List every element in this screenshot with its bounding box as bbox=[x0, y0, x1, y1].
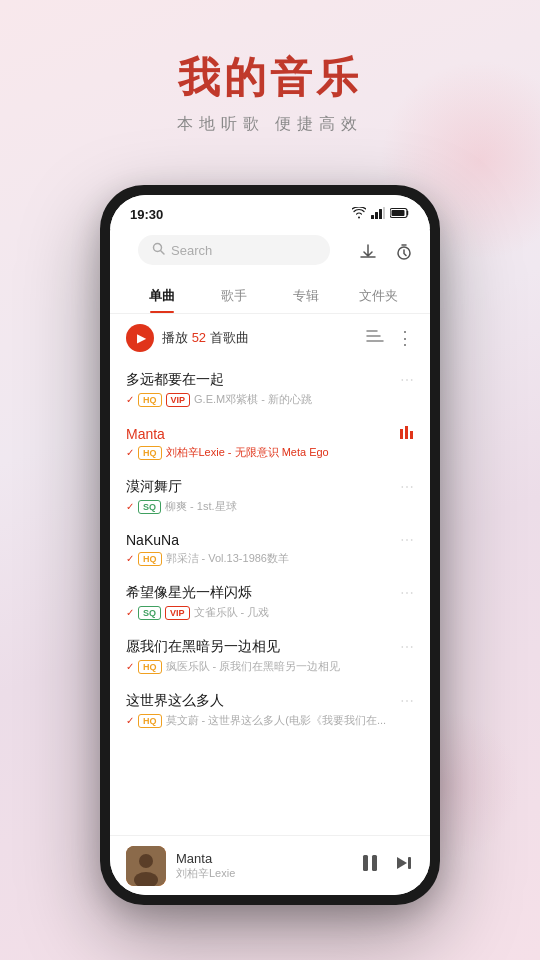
play-bar: ▶ 播放 52 首歌曲 ⋮ bbox=[110, 314, 430, 362]
svg-rect-0 bbox=[371, 215, 374, 219]
song-title: NaKuNa ⋯ bbox=[126, 532, 414, 548]
mini-artist: 刘柏辛Lexie bbox=[176, 866, 350, 881]
signal-icon bbox=[371, 205, 385, 223]
svg-rect-13 bbox=[405, 426, 408, 439]
play-all-button[interactable]: ▶ bbox=[126, 324, 154, 352]
mini-player[interactable]: Manta 刘柏辛Lexie bbox=[110, 835, 430, 895]
song-title: 愿我们在黑暗另一边相见 ⋯ bbox=[126, 638, 414, 656]
phone-outer: 19:30 bbox=[100, 185, 440, 905]
svg-rect-14 bbox=[410, 431, 413, 439]
list-item[interactable]: 这世界这么多人 ⋯ ✓ HQ 莫文蔚 - 这世界这么多人(电影《我要我们在... bbox=[110, 683, 430, 737]
song-title: 漠河舞厅 ⋯ bbox=[126, 478, 414, 496]
badge-hq: HQ bbox=[138, 446, 162, 460]
playing-bars-icon bbox=[400, 425, 414, 442]
song-more-icon[interactable]: ⋯ bbox=[400, 639, 414, 655]
next-button[interactable] bbox=[394, 853, 414, 878]
battery-icon bbox=[390, 205, 410, 223]
check-icon: ✓ bbox=[126, 501, 134, 512]
list-item[interactable]: 多远都要在一起 ⋯ ✓ HQ VIP G.E.M邓紫棋 - 新的心跳 bbox=[110, 362, 430, 416]
mini-info: Manta 刘柏辛Lexie bbox=[176, 851, 350, 881]
svg-rect-19 bbox=[372, 855, 377, 871]
badge-hq: HQ bbox=[138, 393, 162, 407]
play-icon: ▶ bbox=[137, 331, 146, 345]
svg-rect-1 bbox=[375, 212, 378, 219]
song-title: Manta bbox=[126, 425, 414, 442]
phone-mockup: 19:30 bbox=[100, 185, 440, 905]
song-title: 这世界这么多人 ⋯ bbox=[126, 692, 414, 710]
svg-point-16 bbox=[139, 854, 153, 868]
song-meta: ✓ HQ 郭采洁 - Vol.13-1986数羊 bbox=[126, 551, 414, 566]
tab-albums[interactable]: 专辑 bbox=[270, 279, 342, 313]
avatar bbox=[126, 846, 166, 886]
song-more-icon[interactable]: ⋯ bbox=[400, 693, 414, 709]
song-more-icon[interactable]: ⋯ bbox=[400, 372, 414, 388]
search-bar[interactable]: Search bbox=[138, 235, 330, 265]
check-icon: ✓ bbox=[126, 447, 134, 458]
check-icon: ✓ bbox=[126, 607, 134, 618]
list-item[interactable]: Manta ✓ HQ 刘柏辛Lexie - 无限意识 Meta Ego bbox=[110, 416, 430, 469]
wifi-icon bbox=[352, 207, 366, 222]
badge-hq: HQ bbox=[138, 714, 162, 728]
list-item[interactable]: 愿我们在黑暗另一边相见 ⋯ ✓ HQ 疯医乐队 - 原我们在黑暗另一边相见 bbox=[110, 629, 430, 683]
sort-icon[interactable] bbox=[366, 329, 384, 347]
song-meta: ✓ SQ VIP 文雀乐队 - 几戏 bbox=[126, 605, 414, 620]
badge-sq: SQ bbox=[138, 606, 161, 620]
pause-button[interactable] bbox=[360, 853, 380, 878]
status-bar: 19:30 bbox=[110, 195, 430, 229]
mini-controls bbox=[360, 853, 414, 878]
song-more-icon[interactable]: ⋯ bbox=[400, 585, 414, 601]
more-icon[interactable]: ⋮ bbox=[396, 327, 414, 349]
badge-sq: SQ bbox=[138, 500, 161, 514]
song-meta: ✓ HQ 刘柏辛Lexie - 无限意识 Meta Ego bbox=[126, 445, 414, 460]
search-icon bbox=[152, 242, 165, 258]
check-icon: ✓ bbox=[126, 661, 134, 672]
svg-rect-12 bbox=[400, 429, 403, 439]
song-title: 希望像星光一样闪烁 ⋯ bbox=[126, 584, 414, 602]
download-button[interactable] bbox=[354, 238, 382, 266]
svg-rect-20 bbox=[408, 857, 411, 869]
song-more-icon[interactable]: ⋯ bbox=[400, 479, 414, 495]
list-item[interactable]: 希望像星光一样闪烁 ⋯ ✓ SQ VIP 文雀乐队 - 几戏 bbox=[110, 575, 430, 629]
song-meta: ✓ HQ VIP G.E.M邓紫棋 - 新的心跳 bbox=[126, 392, 414, 407]
song-meta: ✓ SQ 柳爽 - 1st.星球 bbox=[126, 499, 414, 514]
play-label: 播放 52 首歌曲 bbox=[162, 329, 249, 347]
svg-rect-5 bbox=[392, 210, 405, 216]
check-icon: ✓ bbox=[126, 715, 134, 726]
song-meta: ✓ HQ 莫文蔚 - 这世界这么多人(电影《我要我们在... bbox=[126, 713, 414, 728]
tab-singles[interactable]: 单曲 bbox=[126, 279, 198, 313]
phone-inner: 19:30 bbox=[110, 195, 430, 895]
svg-line-7 bbox=[161, 251, 165, 255]
song-meta: ✓ HQ 疯医乐队 - 原我们在黑暗另一边相见 bbox=[126, 659, 414, 674]
badge-vip: VIP bbox=[165, 606, 190, 620]
check-icon: ✓ bbox=[126, 394, 134, 405]
mini-title: Manta bbox=[176, 851, 350, 866]
svg-rect-3 bbox=[383, 207, 385, 219]
check-icon: ✓ bbox=[126, 553, 134, 564]
song-list: 多远都要在一起 ⋯ ✓ HQ VIP G.E.M邓紫棋 - 新的心跳 Manta bbox=[110, 362, 430, 862]
svg-rect-2 bbox=[379, 209, 382, 219]
badge-vip: VIP bbox=[166, 393, 191, 407]
play-bar-right: ⋮ bbox=[366, 327, 414, 349]
badge-hq: HQ bbox=[138, 660, 162, 674]
list-item[interactable]: NaKuNa ⋯ ✓ HQ 郭采洁 - Vol.13-1986数羊 bbox=[110, 523, 430, 575]
song-title: 多远都要在一起 ⋯ bbox=[126, 371, 414, 389]
svg-rect-18 bbox=[363, 855, 368, 871]
status-icons bbox=[352, 205, 410, 223]
timer-button[interactable] bbox=[390, 238, 418, 266]
search-row: Search bbox=[110, 229, 430, 279]
status-time: 19:30 bbox=[130, 207, 163, 222]
search-placeholder: Search bbox=[171, 243, 212, 258]
tab-folders[interactable]: 文件夹 bbox=[342, 279, 414, 313]
tab-artists[interactable]: 歌手 bbox=[198, 279, 270, 313]
song-more-icon[interactable]: ⋯ bbox=[400, 532, 414, 548]
list-item[interactable]: 漠河舞厅 ⋯ ✓ SQ 柳爽 - 1st.星球 bbox=[110, 469, 430, 523]
tabs: 单曲 歌手 专辑 文件夹 bbox=[110, 279, 430, 314]
badge-hq: HQ bbox=[138, 552, 162, 566]
